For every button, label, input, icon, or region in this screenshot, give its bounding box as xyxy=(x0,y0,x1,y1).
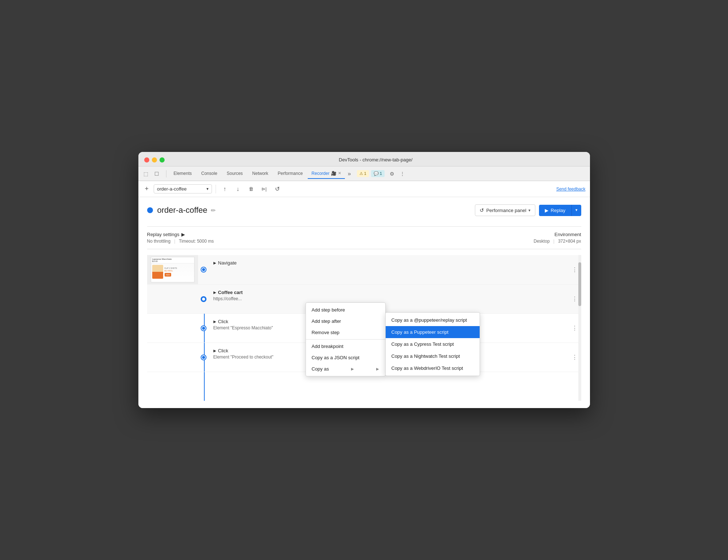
tab-console[interactable]: Console xyxy=(197,169,222,179)
circle-replay-button[interactable]: ↺ xyxy=(272,184,282,194)
settings-left: Replay settings ▶ No throttling | Timeou… xyxy=(147,232,214,244)
tab-icons: ⬚ ☐ xyxy=(141,169,162,179)
throttling-label: No throttling xyxy=(147,239,171,244)
scrollbar-thumb[interactable] xyxy=(578,262,581,306)
chevron-icon: ▶ xyxy=(213,320,216,324)
env-device: Desktop xyxy=(534,239,550,244)
scrollbar-track xyxy=(578,255,581,401)
edit-title-icon[interactable]: ✏ xyxy=(211,207,216,214)
step-navigate-content: ▶ Navigate xyxy=(209,255,568,284)
circle-replay-icon: ↺ xyxy=(275,185,280,192)
menu-add-step-after[interactable]: Add step after xyxy=(306,316,385,327)
environment-title: Environment xyxy=(534,232,581,237)
menu-add-breakpoint[interactable]: Add breakpoint xyxy=(306,341,385,352)
replay-dropdown-button[interactable]: ▾ xyxy=(571,205,581,216)
settings-separator: | xyxy=(174,239,175,244)
traffic-lights xyxy=(144,157,165,162)
replay-main-button[interactable]: ▶ Replay xyxy=(539,205,571,216)
context-menu: Add step before Add step after Remove st… xyxy=(306,302,386,376)
chevron-icon: ▶ xyxy=(213,290,216,294)
submenu-cypress[interactable]: Copy as a Cypress Test script xyxy=(386,338,480,350)
tab-network[interactable]: Network xyxy=(248,169,273,179)
menu-remove-step[interactable]: Remove step xyxy=(306,327,385,338)
recording-status-dot xyxy=(147,207,153,213)
settings-right: Environment Desktop | 372×804 px xyxy=(534,232,581,244)
tab-recorder[interactable]: Recorder 🎥 ✕ xyxy=(308,169,345,179)
recorder-icon: 🎥 xyxy=(331,171,337,176)
step-coffee-cart-url: https://coffee... xyxy=(213,296,564,301)
import-button[interactable]: ↓ xyxy=(233,184,243,194)
tab-sources[interactable]: Sources xyxy=(223,169,247,179)
minimize-button[interactable] xyxy=(152,157,157,162)
step-coffee-cart-dot xyxy=(201,297,206,301)
settings-icon[interactable]: ⚙ xyxy=(387,169,397,179)
delete-icon: 🗑 xyxy=(249,186,253,192)
step-coffee-cart-content: ▶ Coffee cart https://coffee... xyxy=(209,285,568,313)
step-icon: ⊳| xyxy=(261,186,267,192)
info-badge[interactable]: 💬 1 xyxy=(371,170,385,177)
recording-name: order-a-coffee xyxy=(157,186,186,192)
main-content: order-a-coffee ✏ ↺ Performance panel ▾ ▶… xyxy=(138,197,590,408)
menu-add-step-before[interactable]: Add step before xyxy=(306,304,385,316)
copy-as-submenu: Copy as a @puppeteer/replay script Copy … xyxy=(385,312,480,376)
cursor-icon[interactable]: ⬚ xyxy=(141,169,151,179)
step-coffee-cart-label: ▶ Coffee cart xyxy=(213,290,564,295)
export-button[interactable]: ↑ xyxy=(220,184,230,194)
submenu-webdriverio[interactable]: Copy as a WebdriverIO Test script xyxy=(386,362,480,374)
tab-close-icon[interactable]: ✕ xyxy=(338,171,341,176)
submenu-puppeteer-replay[interactable]: Copy as a @puppeteer/replay script xyxy=(386,314,480,326)
more-tabs-button[interactable]: » xyxy=(346,171,353,177)
environment-value: Desktop | 372×804 px xyxy=(534,239,581,244)
tab-performance[interactable]: Performance xyxy=(274,169,307,179)
menu-separator-1 xyxy=(306,339,385,340)
perf-panel-label: Performance panel xyxy=(486,208,526,213)
replay-dropdown-icon: ▾ xyxy=(575,208,578,212)
step-click-1-dot xyxy=(201,326,206,330)
more-options-icon[interactable]: ⋮ xyxy=(398,169,407,179)
env-separator: | xyxy=(553,239,554,244)
step-play-button[interactable]: ⊳| xyxy=(259,184,269,194)
play-icon: ▶ xyxy=(545,208,548,213)
chevron-icon: ▶ xyxy=(213,349,216,353)
recording-selector[interactable]: order-a-coffee ▾ xyxy=(154,184,212,193)
add-recording-button[interactable]: + xyxy=(143,184,151,193)
header-actions: ↺ Performance panel ▾ ▶ Replay ▾ xyxy=(475,204,581,216)
delete-button[interactable]: 🗑 xyxy=(246,184,256,194)
step-click-1-thumbnail-empty xyxy=(147,314,198,342)
menu-copy-json[interactable]: Copy as a JSON script xyxy=(306,352,385,363)
window-title: DevTools - chrome://new-tab-page/ xyxy=(168,157,584,162)
device-icon[interactable]: ☐ xyxy=(152,169,162,179)
maximize-button[interactable] xyxy=(160,157,165,162)
step-navigate-node xyxy=(198,255,209,284)
import-icon: ↓ xyxy=(236,186,239,192)
replay-settings-toggle[interactable]: Replay settings ▶ xyxy=(147,232,214,237)
steps-container: Lapearse Macchiato$13.00 FLAT 2 SHOTS $1… xyxy=(147,255,581,401)
submenu-arrow-icon: ▶ xyxy=(351,367,354,371)
browser-window: DevTools - chrome://new-tab-page/ ⬚ ☐ El… xyxy=(138,152,590,408)
chevron-icon: ▶ xyxy=(213,261,216,265)
performance-panel-button[interactable]: ↺ Performance panel ▾ xyxy=(475,204,535,216)
step-navigate-dot xyxy=(201,267,206,272)
tab-elements[interactable]: Elements xyxy=(169,169,196,179)
send-feedback-link[interactable]: Send feedback xyxy=(556,187,585,192)
recording-title: order-a-coffee xyxy=(157,205,208,215)
chevron-down-icon: ▾ xyxy=(206,187,209,191)
toolbar-separator xyxy=(216,185,216,193)
tab-recorder-label: Recorder xyxy=(311,171,329,176)
devtools-tab-bar: ⬚ ☐ Elements Console Sources Network Per… xyxy=(138,167,590,181)
step-navigate-label: ▶ Navigate xyxy=(213,260,564,266)
export-icon: ↑ xyxy=(223,186,226,192)
submenu-nightwatch[interactable]: Copy as a Nightwatch Test script xyxy=(386,350,480,362)
replay-button-group: ▶ Replay ▾ xyxy=(539,205,581,216)
perf-panel-dropdown-icon: ▾ xyxy=(528,208,531,213)
settings-details: No throttling | Timeout: 5000 ms xyxy=(147,239,214,244)
step-click-2-thumbnail-empty xyxy=(147,343,198,372)
submenu-puppeteer[interactable]: Copy as a Puppeteer script xyxy=(386,326,480,338)
step-navigate: Lapearse Macchiato$13.00 FLAT 2 SHOTS $1… xyxy=(147,255,581,285)
menu-copy-as[interactable]: Copy as ▶ Copy as a @puppeteer/replay sc… xyxy=(306,363,385,375)
warning-badge[interactable]: ⚠ 1 xyxy=(357,170,369,177)
step-click-2-node xyxy=(198,343,209,372)
close-button[interactable] xyxy=(144,157,149,162)
step-click-1-node xyxy=(198,314,209,342)
step-coffee-cart-node xyxy=(198,285,209,313)
